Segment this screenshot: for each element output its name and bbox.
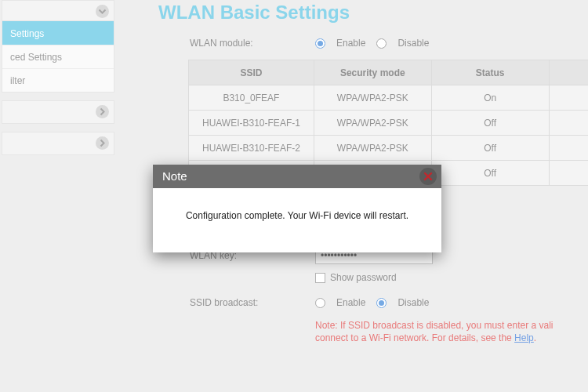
cell-ssid: HUAWEI-B310-FEAF-1	[189, 111, 314, 136]
cell-status: Off	[431, 136, 549, 161]
row-wlan-module: WLAN module: Enable Disable	[190, 34, 588, 52]
modal-close-button[interactable]	[419, 168, 437, 185]
table-header-row: SSID Security mode Status	[189, 60, 589, 85]
table-row[interactable]: B310_0FEAF WPA/WPA2-PSK On	[189, 85, 589, 111]
cell-status: On	[431, 85, 549, 111]
cell-ssid: B310_0FEAF	[189, 85, 314, 111]
chevron-down-icon	[96, 5, 109, 18]
page-title: WLAN Basic Settings	[127, 0, 588, 34]
cell-status: Off	[431, 161, 549, 186]
show-password-label: Show password	[330, 272, 397, 283]
ssid-broadcast-enable-label: Enable	[336, 297, 365, 308]
modal-title: Note	[162, 169, 187, 183]
th-op	[549, 60, 588, 85]
cell-mode: WPA/WPA2-PSK	[314, 85, 431, 111]
sidebar-group-2	[2, 100, 114, 124]
th-status: Status	[431, 60, 549, 85]
wlan-module-label: WLAN module:	[190, 38, 315, 49]
cell-op	[549, 85, 588, 111]
cell-op	[549, 111, 588, 136]
close-icon	[423, 171, 434, 182]
sidebar-item-settings[interactable]: Settings	[2, 21, 114, 45]
broadcast-note-line2: connect to a Wi-Fi network. For details,…	[315, 332, 514, 343]
cell-ssid: HUAWEI-B310-FEAF-2	[189, 136, 314, 161]
sidebar: Settings ced Settings ilter	[0, 0, 116, 392]
show-password-checkbox[interactable]	[315, 273, 325, 283]
sidebar-group-2-head[interactable]	[2, 101, 114, 123]
sidebar-group-head[interactable]	[2, 1, 114, 21]
sidebar-item-advanced-settings[interactable]: ced Settings	[2, 45, 114, 68]
wlan-module-enable-radio[interactable]	[315, 38, 325, 49]
sidebar-item-filter[interactable]: ilter	[2, 68, 114, 92]
wlan-module-disable-radio[interactable]	[376, 38, 387, 49]
th-security-mode: Security mode	[314, 60, 431, 85]
sidebar-group-3	[2, 132, 114, 155]
modal-title-bar: Note	[153, 165, 441, 188]
wlan-module-enable-label: Enable	[336, 38, 365, 49]
sidebar-group-3-head[interactable]	[2, 132, 114, 154]
note-modal: Note Configuration complete. Your Wi-Fi …	[153, 165, 441, 252]
cell-op	[549, 161, 588, 186]
ssid-broadcast-label: SSID broadcast:	[190, 297, 315, 308]
row-ssid-broadcast: SSID broadcast: Enable Disable	[190, 294, 588, 311]
help-link[interactable]: Help	[514, 332, 534, 343]
cell-mode: WPA/WPA2-PSK	[314, 111, 431, 136]
sidebar-group-wlan: Settings ced Settings ilter	[2, 0, 114, 93]
row-broadcast-note: Note: If SSID broadcast is disabled, you…	[190, 319, 588, 344]
table-row[interactable]: HUAWEI-B310-FEAF-2 WPA/WPA2-PSK Off	[189, 136, 589, 161]
broadcast-note: Note: If SSID broadcast is disabled, you…	[315, 319, 553, 344]
cell-status: Off	[431, 111, 549, 136]
row-show-password: Show password	[190, 269, 588, 286]
th-ssid: SSID	[189, 60, 314, 85]
chevron-right-icon	[96, 136, 109, 150]
broadcast-note-line1: Note: If SSID broadcast is disabled, you…	[315, 320, 553, 331]
wlan-module-disable-label: Disable	[397, 38, 429, 49]
table-row[interactable]: HUAWEI-B310-FEAF-1 WPA/WPA2-PSK Off	[189, 111, 589, 136]
cell-mode: WPA/WPA2-PSK	[314, 136, 431, 161]
modal-body: Configuration complete. Your Wi-Fi devic…	[153, 188, 441, 252]
cell-op	[549, 136, 588, 161]
ssid-broadcast-disable-label: Disable	[397, 297, 429, 308]
chevron-right-icon	[96, 105, 109, 118]
ssid-broadcast-enable-radio[interactable]	[315, 298, 325, 308]
ssid-broadcast-disable-radio[interactable]	[376, 298, 387, 308]
